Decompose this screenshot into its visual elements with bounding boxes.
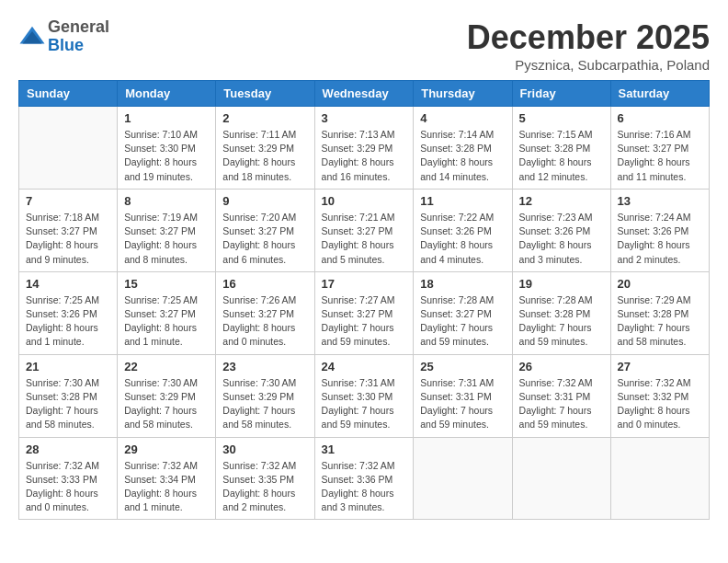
calendar-cell: 18Sunrise: 7:28 AMSunset: 3:27 PMDayligh… bbox=[414, 271, 512, 354]
calendar-header-row: SundayMondayTuesdayWednesdayThursdayFrid… bbox=[19, 81, 710, 107]
calendar-cell: 6Sunrise: 7:16 AMSunset: 3:27 PMDaylight… bbox=[610, 107, 709, 190]
day-number: 16 bbox=[222, 277, 307, 291]
calendar-cell: 26Sunrise: 7:32 AMSunset: 3:31 PMDayligh… bbox=[512, 354, 610, 437]
day-info: Sunrise: 7:31 AMSunset: 3:30 PMDaylight:… bbox=[322, 376, 407, 432]
day-number: 29 bbox=[124, 442, 209, 456]
day-info: Sunrise: 7:26 AMSunset: 3:27 PMDaylight:… bbox=[222, 293, 307, 350]
day-info: Sunrise: 7:32 AMSunset: 3:33 PMDaylight:… bbox=[26, 459, 110, 515]
calendar-cell: 5Sunrise: 7:15 AMSunset: 3:28 PMDaylight… bbox=[512, 107, 610, 190]
calendar-cell: 31Sunrise: 7:32 AMSunset: 3:36 PMDayligh… bbox=[314, 437, 414, 520]
day-info: Sunrise: 7:28 AMSunset: 3:28 PMDaylight:… bbox=[519, 293, 604, 350]
day-number: 7 bbox=[26, 194, 110, 208]
calendar-cell: 12Sunrise: 7:23 AMSunset: 3:26 PMDayligh… bbox=[512, 189, 610, 271]
day-info: Sunrise: 7:32 AMSunset: 3:31 PMDaylight:… bbox=[519, 376, 604, 432]
calendar-cell: 4Sunrise: 7:14 AMSunset: 3:28 PMDaylight… bbox=[414, 107, 512, 190]
day-number: 12 bbox=[519, 194, 604, 208]
calendar-week-5: 28Sunrise: 7:32 AMSunset: 3:33 PMDayligh… bbox=[19, 437, 710, 520]
day-number: 19 bbox=[519, 277, 604, 291]
calendar-cell: 30Sunrise: 7:32 AMSunset: 3:35 PMDayligh… bbox=[216, 437, 314, 520]
calendar-cell bbox=[512, 437, 610, 520]
calendar-cell: 10Sunrise: 7:21 AMSunset: 3:27 PMDayligh… bbox=[314, 189, 414, 271]
day-info: Sunrise: 7:10 AMSunset: 3:30 PMDaylight:… bbox=[124, 128, 209, 184]
day-number: 11 bbox=[420, 194, 505, 208]
day-number: 6 bbox=[618, 111, 702, 125]
logo: General Blue bbox=[18, 18, 109, 55]
calendar-cell: 25Sunrise: 7:31 AMSunset: 3:31 PMDayligh… bbox=[414, 354, 512, 437]
logo-blue: Blue bbox=[48, 37, 109, 55]
day-number: 26 bbox=[519, 360, 604, 373]
day-number: 17 bbox=[322, 277, 407, 291]
calendar-cell: 21Sunrise: 7:30 AMSunset: 3:28 PMDayligh… bbox=[19, 354, 118, 437]
day-info: Sunrise: 7:18 AMSunset: 3:27 PMDaylight:… bbox=[26, 211, 110, 267]
calendar-cell: 13Sunrise: 7:24 AMSunset: 3:26 PMDayligh… bbox=[610, 189, 709, 271]
day-info: Sunrise: 7:16 AMSunset: 3:27 PMDaylight:… bbox=[618, 128, 702, 184]
day-number: 10 bbox=[322, 194, 407, 208]
day-number: 9 bbox=[222, 194, 307, 208]
day-info: Sunrise: 7:11 AMSunset: 3:29 PMDaylight:… bbox=[222, 128, 307, 184]
calendar-cell: 20Sunrise: 7:29 AMSunset: 3:28 PMDayligh… bbox=[610, 271, 709, 354]
calendar-cell: 29Sunrise: 7:32 AMSunset: 3:34 PMDayligh… bbox=[118, 437, 216, 520]
day-number: 3 bbox=[322, 111, 407, 125]
header-tuesday: Tuesday bbox=[216, 81, 314, 107]
day-info: Sunrise: 7:30 AMSunset: 3:29 PMDaylight:… bbox=[124, 376, 209, 432]
logo-icon bbox=[18, 23, 46, 51]
calendar-cell bbox=[610, 437, 709, 520]
calendar-cell: 9Sunrise: 7:20 AMSunset: 3:27 PMDaylight… bbox=[216, 189, 314, 271]
calendar-table: SundayMondayTuesdayWednesdayThursdayFrid… bbox=[18, 80, 710, 520]
calendar-cell: 3Sunrise: 7:13 AMSunset: 3:29 PMDaylight… bbox=[314, 107, 414, 190]
day-info: Sunrise: 7:32 AMSunset: 3:35 PMDaylight:… bbox=[222, 459, 307, 515]
day-number: 2 bbox=[222, 111, 307, 125]
day-number: 20 bbox=[618, 277, 702, 291]
calendar-cell bbox=[414, 437, 512, 520]
day-number: 22 bbox=[124, 360, 209, 373]
day-number: 18 bbox=[420, 277, 505, 291]
month-title: December 2025 bbox=[467, 18, 710, 57]
day-info: Sunrise: 7:25 AMSunset: 3:26 PMDaylight:… bbox=[26, 293, 110, 350]
calendar-cell: 27Sunrise: 7:32 AMSunset: 3:32 PMDayligh… bbox=[610, 354, 709, 437]
day-number: 15 bbox=[124, 277, 209, 291]
page-header: General Blue December 2025 Pysznica, Sub… bbox=[18, 18, 710, 73]
day-number: 24 bbox=[322, 360, 407, 373]
day-number: 28 bbox=[26, 442, 110, 456]
day-info: Sunrise: 7:31 AMSunset: 3:31 PMDaylight:… bbox=[420, 376, 505, 432]
calendar-cell: 28Sunrise: 7:32 AMSunset: 3:33 PMDayligh… bbox=[19, 437, 118, 520]
calendar-cell: 23Sunrise: 7:30 AMSunset: 3:29 PMDayligh… bbox=[216, 354, 314, 437]
day-number: 21 bbox=[26, 360, 110, 373]
calendar-cell: 1Sunrise: 7:10 AMSunset: 3:30 PMDaylight… bbox=[118, 107, 216, 190]
calendar-cell: 22Sunrise: 7:30 AMSunset: 3:29 PMDayligh… bbox=[118, 354, 216, 437]
day-info: Sunrise: 7:32 AMSunset: 3:34 PMDaylight:… bbox=[124, 459, 209, 515]
day-info: Sunrise: 7:28 AMSunset: 3:27 PMDaylight:… bbox=[420, 293, 505, 350]
calendar-cell: 19Sunrise: 7:28 AMSunset: 3:28 PMDayligh… bbox=[512, 271, 610, 354]
day-info: Sunrise: 7:27 AMSunset: 3:27 PMDaylight:… bbox=[322, 293, 407, 350]
header-sunday: Sunday bbox=[19, 81, 118, 107]
day-info: Sunrise: 7:32 AMSunset: 3:32 PMDaylight:… bbox=[618, 376, 702, 432]
logo-general: General bbox=[48, 18, 109, 37]
day-info: Sunrise: 7:13 AMSunset: 3:29 PMDaylight:… bbox=[322, 128, 407, 184]
header-wednesday: Wednesday bbox=[314, 81, 414, 107]
header-thursday: Thursday bbox=[414, 81, 512, 107]
header-monday: Monday bbox=[118, 81, 216, 107]
day-info: Sunrise: 7:29 AMSunset: 3:28 PMDaylight:… bbox=[618, 293, 702, 350]
day-info: Sunrise: 7:32 AMSunset: 3:36 PMDaylight:… bbox=[322, 459, 407, 515]
day-info: Sunrise: 7:30 AMSunset: 3:28 PMDaylight:… bbox=[26, 376, 110, 432]
title-block: December 2025 Pysznica, Subcarpathia, Po… bbox=[467, 18, 710, 73]
calendar-cell: 11Sunrise: 7:22 AMSunset: 3:26 PMDayligh… bbox=[414, 189, 512, 271]
day-number: 27 bbox=[618, 360, 702, 373]
day-info: Sunrise: 7:21 AMSunset: 3:27 PMDaylight:… bbox=[322, 211, 407, 267]
calendar-cell: 14Sunrise: 7:25 AMSunset: 3:26 PMDayligh… bbox=[19, 271, 118, 354]
calendar-cell: 15Sunrise: 7:25 AMSunset: 3:27 PMDayligh… bbox=[118, 271, 216, 354]
calendar-cell: 7Sunrise: 7:18 AMSunset: 3:27 PMDaylight… bbox=[19, 189, 118, 271]
day-info: Sunrise: 7:19 AMSunset: 3:27 PMDaylight:… bbox=[124, 211, 209, 267]
calendar-cell: 17Sunrise: 7:27 AMSunset: 3:27 PMDayligh… bbox=[314, 271, 414, 354]
day-info: Sunrise: 7:24 AMSunset: 3:26 PMDaylight:… bbox=[618, 211, 702, 267]
day-info: Sunrise: 7:22 AMSunset: 3:26 PMDaylight:… bbox=[420, 211, 505, 267]
day-info: Sunrise: 7:25 AMSunset: 3:27 PMDaylight:… bbox=[124, 293, 209, 350]
day-info: Sunrise: 7:30 AMSunset: 3:29 PMDaylight:… bbox=[222, 376, 307, 432]
calendar-cell: 24Sunrise: 7:31 AMSunset: 3:30 PMDayligh… bbox=[314, 354, 414, 437]
calendar-cell bbox=[19, 107, 118, 190]
day-number: 25 bbox=[420, 360, 505, 373]
day-number: 30 bbox=[222, 442, 307, 456]
day-info: Sunrise: 7:20 AMSunset: 3:27 PMDaylight:… bbox=[222, 211, 307, 267]
calendar-week-3: 14Sunrise: 7:25 AMSunset: 3:26 PMDayligh… bbox=[19, 271, 710, 354]
header-friday: Friday bbox=[512, 81, 610, 107]
